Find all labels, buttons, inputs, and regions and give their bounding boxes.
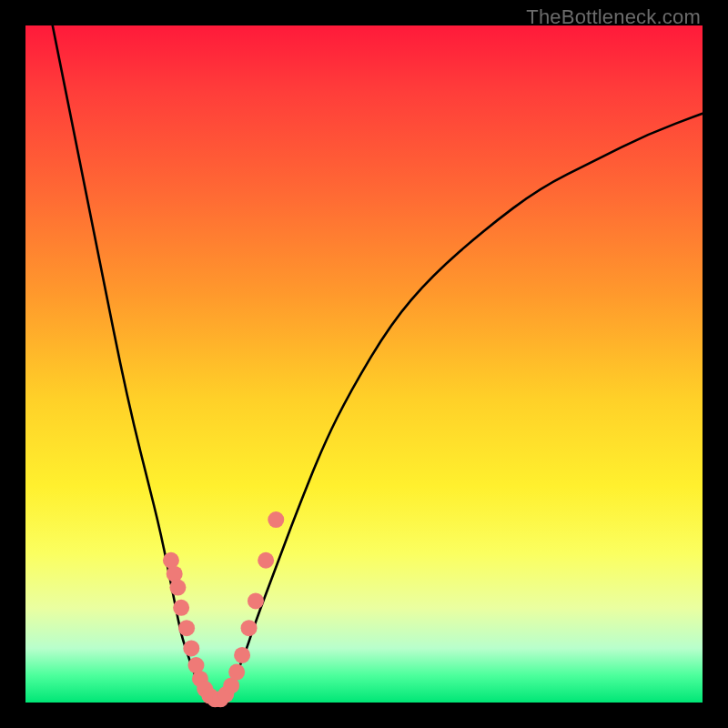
dots-layer: [163, 511, 284, 707]
marker-salmon-dots-19: [268, 511, 284, 528]
marker-salmon-dots-4: [178, 620, 195, 636]
marker-salmon-dots-18: [258, 552, 274, 569]
curve-right-curve: [215, 114, 703, 703]
curves-layer: [53, 25, 703, 703]
marker-salmon-dots-15: [234, 647, 250, 663]
app-frame: TheBottleneck.com: [0, 0, 728, 728]
curve-left-curve: [53, 25, 216, 703]
marker-salmon-dots-3: [173, 600, 189, 616]
chart-overlay: [25, 25, 703, 703]
marker-salmon-dots-14: [228, 664, 245, 681]
marker-salmon-dots-2: [169, 580, 186, 596]
marker-salmon-dots-16: [241, 620, 258, 636]
marker-salmon-dots-17: [248, 592, 264, 609]
marker-salmon-dots-5: [183, 640, 199, 656]
